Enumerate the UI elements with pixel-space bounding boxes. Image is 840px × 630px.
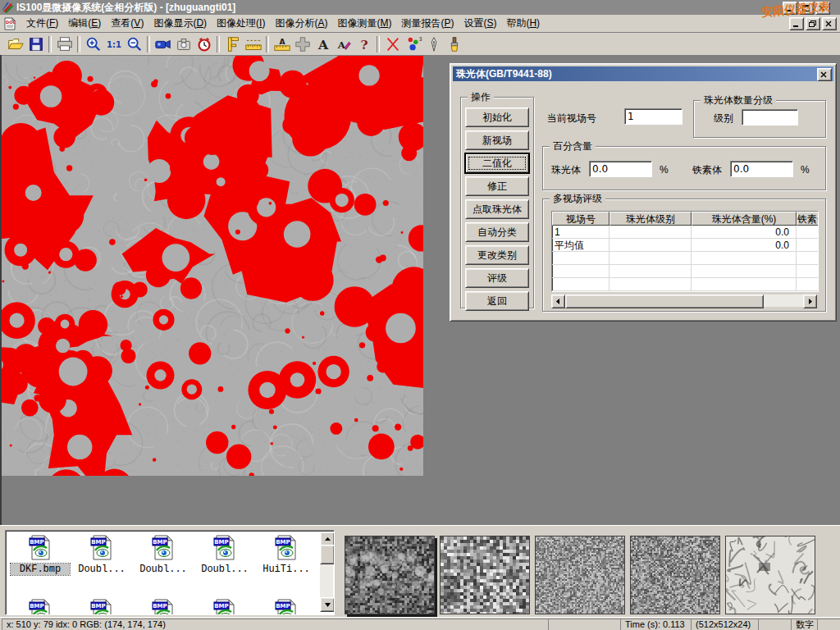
thumbnail-preview-2[interactable] — [440, 536, 530, 614]
op-button-5[interactable]: 点取珠光体 — [465, 199, 529, 219]
pearlite-input[interactable]: 0.0 — [589, 161, 652, 177]
file-item[interactable]: BMPDoubl... — [134, 534, 193, 575]
menu-item-d[interactable]: 图像显示(D) — [148, 15, 212, 32]
file-item[interactable]: BMPDoubl... — [72, 534, 131, 575]
dialog-title-bar[interactable]: 珠光体(GB/T9441-88) — [453, 66, 833, 81]
file-browser[interactable]: BMPDKF.bmpBMPDoubl...BMPDoubl...BMPDoubl… — [5, 530, 335, 615]
print-icon[interactable] — [54, 34, 75, 54]
file-item[interactable]: BMPHuiTi... — [257, 534, 316, 575]
table-hscrollbar[interactable] — [551, 294, 817, 307]
bmp-file-icon[interactable]: BMP — [212, 551, 238, 563]
file-name[interactable]: HuiTi... — [257, 564, 316, 575]
thumbnail-preview-1[interactable] — [345, 536, 435, 614]
scroll-right-icon[interactable] — [803, 294, 817, 308]
file-item-partial[interactable]: BMP — [134, 598, 193, 615]
op-button-8[interactable]: 评级 — [465, 268, 529, 288]
snapshot-icon[interactable] — [173, 34, 194, 54]
op-button-1[interactable]: 初始化 — [465, 107, 529, 127]
hscroll-thumb[interactable] — [565, 294, 764, 308]
bmp-file-icon[interactable]: BMP — [27, 551, 53, 563]
classify-count-icon[interactable]: 3 — [403, 34, 423, 54]
file-name[interactable]: Doubl... — [134, 564, 193, 575]
table-row[interactable] — [552, 278, 818, 291]
table-cell: 0.0 — [692, 226, 797, 239]
table-header-3[interactable]: 铁素体含量(%) — [797, 212, 819, 226]
pearlite-dialog: 珠光体(GB/T9441-88) 操作 初始化新视场二值化修正点取珠光体自动分类… — [450, 63, 837, 322]
caliper-icon[interactable] — [222, 34, 243, 54]
menu-item-i[interactable]: 图像处理(I) — [212, 15, 270, 32]
menu-item-e[interactable]: 编辑(E) — [63, 15, 106, 32]
file-name[interactable]: Doubl... — [72, 564, 131, 575]
menu-item-m[interactable]: 图像测量(M) — [332, 15, 396, 32]
bmp-file-icon[interactable]: BMP — [89, 551, 115, 563]
video-capture-icon[interactable] — [153, 34, 173, 54]
rating-table[interactable]: 视场号珠光体级别珠光体含量(%)铁素体含量(%)10.0平均值0.0 — [551, 211, 819, 292]
help-icon[interactable]: ? — [354, 34, 374, 54]
file-name[interactable]: DKF.bmp — [11, 564, 70, 575]
document-icon[interactable]: DOC — [3, 17, 16, 30]
zoom-out-icon[interactable] — [124, 34, 144, 54]
file-scrollbar[interactable] — [320, 532, 333, 612]
op-button-6[interactable]: 自动分类 — [465, 222, 529, 242]
measure-text-icon[interactable]: A — [272, 34, 292, 54]
table-row[interactable]: 10.0 — [552, 226, 818, 239]
current-field-label: 当前视场号 — [547, 112, 596, 126]
actual-size-icon[interactable]: 1:1 — [103, 34, 124, 54]
svg-text:DOC: DOC — [6, 20, 16, 25]
menu-item-f[interactable]: 文件(F) — [21, 15, 63, 32]
metallographic-image[interactable] — [2, 56, 423, 476]
ferrite-input[interactable]: 0.0 — [730, 161, 793, 177]
menu-item-h[interactable]: 帮助(H) — [501, 15, 545, 32]
file-item-partial[interactable]: BMP — [11, 598, 70, 615]
text-annotation-icon[interactable]: A — [313, 34, 333, 54]
file-item-partial[interactable]: BMP — [195, 598, 254, 615]
file-item[interactable]: BMPDKF.bmp — [11, 534, 70, 575]
table-row[interactable]: 平均值0.0 — [552, 239, 818, 252]
save-icon[interactable] — [25, 34, 46, 54]
table-header-2[interactable]: 珠光体含量(%) — [692, 212, 797, 226]
zoom-in-icon[interactable] — [83, 34, 103, 54]
current-field-input[interactable]: 1 — [624, 108, 682, 125]
table-row[interactable] — [552, 252, 818, 265]
op-button-9[interactable]: 返回 — [465, 291, 529, 311]
grid-measure-icon[interactable] — [292, 34, 313, 54]
file-item-partial[interactable]: BMP — [257, 598, 316, 615]
file-item[interactable]: BMPDoubl... — [195, 534, 254, 575]
thumbnail-preview-3[interactable] — [535, 536, 625, 614]
op-button-3[interactable]: 二值化 — [465, 153, 529, 173]
svg-text:3: 3 — [418, 36, 422, 43]
table-row[interactable] — [552, 265, 818, 278]
op-button-4[interactable]: 修正 — [465, 176, 529, 196]
thumbnail-preview-4[interactable] — [630, 536, 720, 614]
elapsed-time-readout: Time (s): 0.113 — [620, 619, 692, 630]
dialog-close-icon[interactable] — [817, 68, 832, 81]
curve-tool-icon[interactable] — [382, 34, 403, 54]
scroll-down-icon[interactable] — [320, 597, 335, 612]
table-header-0[interactable]: 视场号 — [552, 212, 609, 226]
thumbnail-preview-5[interactable] — [725, 536, 815, 614]
scroll-left-icon[interactable] — [551, 294, 565, 308]
file-item-partial[interactable]: BMP — [72, 598, 131, 615]
brush-tool-icon[interactable] — [444, 34, 464, 54]
vscroll-thumb[interactable] — [320, 545, 335, 564]
child-restore-button[interactable] — [806, 17, 820, 30]
timer-icon[interactable] — [194, 34, 214, 54]
ruler-icon[interactable] — [243, 34, 263, 54]
op-button-7[interactable]: 更改类别 — [465, 245, 529, 265]
menu-item-a[interactable]: 图像分析(A) — [270, 15, 332, 32]
file-name[interactable]: Doubl... — [195, 564, 254, 575]
op-button-2[interactable]: 新视场 — [465, 130, 529, 150]
svg-text:BMP: BMP — [30, 539, 43, 546]
grade-input[interactable] — [742, 109, 798, 126]
menu-item-p[interactable]: 测量报告(P) — [396, 15, 459, 32]
menu-item-s[interactable]: 设置(S) — [459, 15, 501, 32]
table-header-1[interactable]: 珠光体级别 — [609, 212, 692, 226]
open-file-icon[interactable] — [5, 34, 25, 54]
child-close-button[interactable] — [822, 17, 837, 30]
edit-annotation-icon[interactable]: A — [333, 34, 354, 54]
bmp-file-icon[interactable]: BMP — [273, 551, 299, 563]
pen-tool-icon[interactable] — [423, 34, 444, 54]
child-minimize-button[interactable] — [789, 17, 804, 30]
bmp-file-icon[interactable]: BMP — [150, 551, 176, 563]
menu-item-v[interactable]: 查看(V) — [106, 15, 148, 32]
